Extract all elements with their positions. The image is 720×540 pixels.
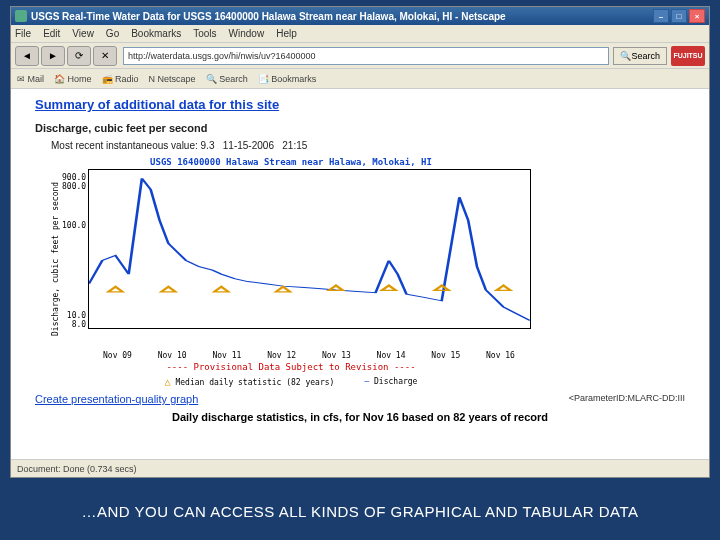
menu-help[interactable]: Help [276, 28, 297, 39]
page-content: Summary of additional data for this site… [11, 89, 709, 461]
y-axis-label: Discharge, cubic feet per second [51, 169, 60, 349]
slide-caption: …AND YOU CAN ACCESS ALL KINDS OF GRAPHIC… [0, 503, 720, 520]
chart-plot [88, 169, 531, 329]
tb-netscape[interactable]: N Netscape [149, 74, 196, 84]
personal-toolbar: ✉ Mail 🏠 Home 📻 Radio N Netscape 🔍 Searc… [11, 69, 709, 89]
menu-tools[interactable]: Tools [193, 28, 216, 39]
stop-button[interactable]: ✕ [93, 46, 117, 66]
chart-legend: △ Median daily statistic (82 years) — Di… [51, 376, 531, 387]
status-text: Document: Done (0.734 secs) [17, 464, 137, 474]
section-title[interactable]: Summary of additional data for this site [35, 97, 685, 112]
menu-view[interactable]: View [72, 28, 94, 39]
triangle-icon: △ [165, 376, 171, 387]
close-button[interactable]: × [689, 9, 705, 23]
search-label: Search [631, 51, 660, 61]
chart-title: USGS 16400000 Halawa Stream near Halawa,… [51, 157, 531, 167]
titlebar: USGS Real-Time Water Data for USGS 16400… [11, 7, 709, 25]
parameter-code: <ParameterID:MLARC-DD:III [569, 393, 685, 403]
menu-go[interactable]: Go [106, 28, 119, 39]
menu-bookmarks[interactable]: Bookmarks [131, 28, 181, 39]
window-title: USGS Real-Time Water Data for USGS 16400… [31, 11, 506, 22]
url-input[interactable]: http://waterdata.usgs.gov/hi/nwis/uv?164… [123, 47, 609, 65]
search-icon: 🔍 [620, 51, 631, 61]
y-ticks: 900.0 800.0 100.0 10.0 8.0 [62, 169, 88, 349]
tb-radio[interactable]: 📻 Radio [102, 74, 139, 84]
tb-bookmarks-toolbar[interactable]: 📑 Bookmarks [258, 74, 317, 84]
menu-file[interactable]: File [15, 28, 31, 39]
tb-home[interactable]: 🏠 Home [54, 74, 92, 84]
create-graph-link[interactable]: Create presentation-quality graph [35, 393, 198, 405]
stats-heading: Daily discharge statistics, in cfs, for … [35, 411, 685, 423]
tb-search[interactable]: 🔍 Search [206, 74, 248, 84]
search-button[interactable]: 🔍 Search [613, 47, 667, 65]
forward-button[interactable]: ► [41, 46, 65, 66]
x-ticks: Nov 09 Nov 10 Nov 11 Nov 12 Nov 13 Nov 1… [99, 349, 519, 360]
url-text: http://waterdata.usgs.gov/hi/nwis/uv?164… [128, 51, 316, 61]
maximize-button[interactable]: □ [671, 9, 687, 23]
browser-window: USGS Real-Time Water Data for USGS 16400… [10, 6, 710, 478]
chart-area: USGS 16400000 Halawa Stream near Halawa,… [51, 157, 531, 387]
provisional-notice: ---- Provisional Data Subject to Revisio… [51, 362, 531, 372]
reload-button[interactable]: ⟳ [67, 46, 91, 66]
app-icon [15, 10, 27, 22]
tb-mail[interactable]: ✉ Mail [17, 74, 44, 84]
recent-value-line: Most recent instantaneous value: 9.3 11-… [51, 140, 685, 151]
menu-edit[interactable]: Edit [43, 28, 60, 39]
fujitsu-logo: FUJITSU [671, 46, 705, 66]
back-button[interactable]: ◄ [15, 46, 39, 66]
parameter-heading: Discharge, cubic feet per second [35, 122, 685, 134]
median-markers [89, 170, 530, 328]
statusbar: Document: Done (0.734 secs) [11, 459, 709, 477]
navbar: ◄ ► ⟳ ✕ http://waterdata.usgs.gov/hi/nwi… [11, 43, 709, 69]
menubar: File Edit View Go Bookmarks Tools Window… [11, 25, 709, 43]
slide: USGS Real-Time Water Data for USGS 16400… [0, 0, 720, 540]
menu-window[interactable]: Window [229, 28, 265, 39]
minimize-button[interactable]: – [653, 9, 669, 23]
